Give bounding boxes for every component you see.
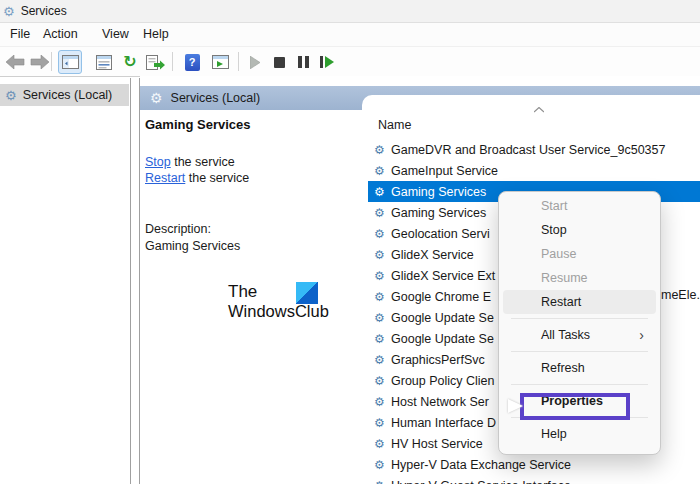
menu-item-label: Stop [541, 223, 567, 237]
service-name: GameInput Service [391, 164, 498, 178]
service-gear-icon: ⚙ [374, 374, 391, 388]
toolbar: ↻ ? [0, 47, 700, 77]
context-menu-item-refresh[interactable]: Refresh [503, 356, 656, 380]
context-menu-item-resume: Resume [503, 266, 656, 290]
service-gear-icon: ⚙ [374, 290, 391, 304]
menu-item-label: Restart [541, 295, 581, 309]
service-name: Google Update Se [391, 332, 494, 346]
console-tree-sidebar: ⚙ Services (Local) [0, 78, 130, 484]
service-gear-icon: ⚙ [374, 458, 391, 472]
menu-separator [511, 318, 648, 319]
export-list-button[interactable] [143, 50, 167, 74]
submenu-chevron-icon: › [639, 327, 644, 343]
service-gear-icon: ⚙ [374, 479, 391, 484]
console-tree-icon [62, 55, 79, 69]
toolbar-separator [238, 52, 239, 71]
service-gear-icon: ⚙ [374, 353, 391, 367]
export-list-icon [146, 55, 165, 70]
refresh-button[interactable]: ↻ [118, 50, 142, 74]
properties-button[interactable] [92, 50, 116, 74]
services-gear-icon: ⚙ [150, 90, 163, 106]
service-name: Gaming Services [391, 185, 486, 199]
menu-file[interactable]: File [10, 27, 30, 41]
service-name: Human Interface D [391, 416, 496, 430]
annotation-arrow-icon [508, 399, 523, 413]
menu-item-label: Start [541, 199, 567, 213]
extended-view-button[interactable] [208, 50, 232, 74]
service-gear-icon: ⚙ [374, 185, 391, 199]
pause-service-button[interactable] [291, 50, 315, 74]
menu-item-label: Refresh [541, 361, 585, 375]
services-gear-icon: ⚙ [5, 88, 17, 103]
properties-icon [96, 55, 112, 70]
service-gear-icon: ⚙ [374, 269, 391, 283]
service-name: Gaming Services [391, 206, 486, 220]
back-arrow-icon [6, 55, 25, 69]
stop-service-line: Stop the service [145, 155, 235, 169]
menu-item-label: All Tasks [541, 328, 590, 342]
thewindowsclub-logo-icon [296, 282, 318, 304]
menu-view[interactable]: View [102, 27, 129, 41]
menu-item-label: Resume [541, 271, 588, 285]
service-name: GlideX Service [391, 248, 474, 262]
service-gear-icon: ⚙ [374, 143, 391, 157]
service-name: Google Update Se [391, 311, 494, 325]
column-header-name[interactable]: Name [378, 118, 411, 132]
start-service-button[interactable] [243, 50, 267, 74]
context-menu-item-stop[interactable]: Stop [503, 218, 656, 242]
pause-icon [298, 56, 309, 68]
forward-button[interactable] [27, 50, 51, 74]
toolbar-separator [51, 52, 52, 71]
service-name: Google Chrome E [391, 290, 491, 304]
service-name: GlideX Service Ext [391, 269, 495, 283]
service-name: Hyper-V Data Exchange Service [391, 458, 571, 472]
service-row[interactable]: ⚙Hyper-V Guest Service Interface [368, 475, 700, 484]
service-name: Hyper-V Guest Service Interface [391, 479, 571, 484]
back-button[interactable] [3, 50, 27, 74]
pane-splitter[interactable] [130, 78, 131, 484]
context-menu-item-start: Start [503, 194, 656, 218]
stop-service-link[interactable]: Stop [145, 155, 171, 169]
play-icon [250, 56, 261, 69]
menu-action[interactable]: Action [43, 27, 78, 41]
service-gear-icon: ⚙ [374, 416, 391, 430]
restart-service-button[interactable] [315, 50, 339, 74]
window-title: Services [21, 4, 67, 18]
help-button[interactable]: ? [180, 50, 204, 74]
service-name: HV Host Service [391, 437, 483, 451]
thewindowsclub-watermark: The WindowsClub [225, 282, 345, 324]
context-menu-item-help[interactable]: Help [503, 422, 656, 446]
stop-service-button[interactable] [267, 50, 291, 74]
service-row[interactable]: ⚙GameDVR and Broadcast User Service_9c50… [368, 139, 700, 160]
show-console-tree-button[interactable] [58, 50, 82, 74]
description-block: Description: Gaming Services [145, 221, 240, 255]
restart-service-link[interactable]: Restart [145, 171, 185, 185]
service-gear-icon: ⚙ [374, 227, 391, 241]
services-app-icon: ⚙ [3, 4, 15, 19]
service-row[interactable]: ⚙GameInput Service [368, 160, 700, 181]
service-gear-icon: ⚙ [374, 437, 391, 451]
stop-icon [274, 57, 285, 68]
sidebar-item-services-local[interactable]: ⚙ Services (Local) [0, 84, 129, 106]
menu-bar: File Action View Help [0, 23, 700, 47]
context-menu-item-properties[interactable]: Properties [503, 389, 656, 413]
menu-item-label: Pause [541, 247, 576, 261]
menu-separator [511, 351, 648, 352]
service-name: GameDVR and Broadcast User Service_9c503… [391, 143, 665, 157]
context-menu-item-all-tasks[interactable]: All Tasks› [503, 323, 656, 347]
description-label: Description: [145, 221, 240, 238]
service-gear-icon: ⚙ [374, 248, 391, 262]
menu-separator [511, 384, 648, 385]
service-gear-icon: ⚙ [374, 164, 391, 178]
service-gear-icon: ⚙ [374, 395, 391, 409]
restart-icon [320, 56, 334, 68]
service-name: GraphicsPerfSvc [391, 353, 485, 367]
context-menu-item-restart[interactable]: Restart [503, 290, 656, 314]
service-gear-icon: ⚙ [374, 311, 391, 325]
service-name: Geolocation Servi [391, 227, 490, 241]
menu-help[interactable]: Help [143, 27, 169, 41]
extended-view-icon [212, 55, 229, 69]
refresh-icon: ↻ [123, 54, 136, 70]
service-row[interactable]: ⚙Hyper-V Data Exchange Service [368, 454, 700, 475]
service-name: Host Network Ser [391, 395, 489, 409]
